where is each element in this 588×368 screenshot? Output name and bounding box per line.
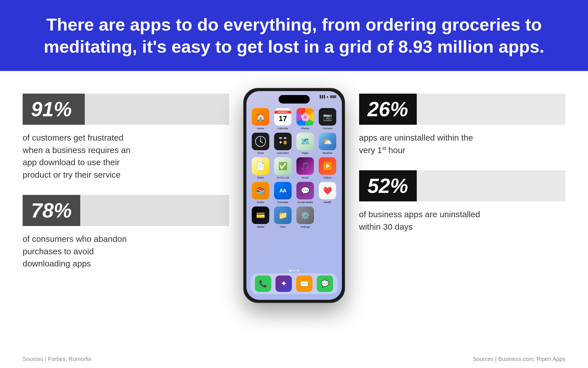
battery-icon <box>330 95 336 98</box>
app-files[interactable]: 📁 Files <box>273 206 293 228</box>
app-calendar-icon: MONDAY 17 <box>274 108 292 126</box>
header-title: There are apps to do everything, from or… <box>34 14 554 57</box>
stat-52-bar: 52% <box>359 170 566 201</box>
dock-messages[interactable]: 💬 <box>317 276 333 292</box>
stat-26-container: 26% apps are uninstalled within the very… <box>359 94 566 156</box>
app-files-label: Files <box>280 225 286 228</box>
stat-26-dark: 26% <box>359 94 417 125</box>
footer-right: Sources | Business.com; Ripen Apps <box>473 356 565 362</box>
app-home-icon: 🏠 <box>252 108 269 126</box>
dock-phone[interactable]: 📞 <box>255 276 271 292</box>
app-music-label: Music <box>302 176 309 179</box>
app-health[interactable]: ❤️ Health <box>318 182 338 204</box>
app-notes[interactable]: 📄 Notes <box>251 157 271 179</box>
footer: Sources | Forbes; Rumorfix Sources | Bus… <box>23 356 565 362</box>
stat-78-container: 78% of consumers who abandon purchases t… <box>23 195 229 270</box>
status-icons: ▐▐▐ ▲ <box>319 95 336 98</box>
app-todolist-label: To-Do List <box>277 176 289 179</box>
app-translate-label: Translate <box>277 201 288 204</box>
app-todolist-icon: ✅ <box>274 157 292 175</box>
app-calculator-icon <box>274 133 292 150</box>
main-content: 91% of customers get frustrated when a b… <box>0 71 588 368</box>
stat-26-light <box>417 94 565 125</box>
app-settings-label: Settings <box>300 225 310 228</box>
svg-rect-5 <box>284 137 287 139</box>
app-socialmedia-icon: 💬 <box>296 182 314 199</box>
dock-siri[interactable]: ✦ <box>275 276 292 292</box>
app-maps[interactable]: 🗺️ Maps <box>295 133 315 154</box>
app-videos-icon: ▶️ <box>319 157 336 175</box>
stat-26-bar: 26% <box>359 94 566 125</box>
stat-52-container: 52% of business apps are uninstalled wit… <box>359 170 566 233</box>
app-home[interactable]: 🏠 Home <box>251 108 271 130</box>
stat-78-bar: 78% <box>23 195 229 226</box>
stat-78-percent: 78% <box>31 199 72 222</box>
stat-91-dark: 91% <box>23 94 85 125</box>
app-settings-icon: ⚙️ <box>296 206 314 224</box>
stat-52-description: of business apps are uninstalled within … <box>359 208 483 233</box>
app-weather[interactable]: ⛅ Weather <box>318 133 338 154</box>
svg-rect-4 <box>279 137 282 139</box>
dot-2 <box>293 270 295 272</box>
app-photos-label: Photos <box>301 127 309 130</box>
app-photos[interactable]: 🌸 Photos <box>295 108 315 130</box>
app-maps-icon: 🗺️ <box>296 133 314 150</box>
footer-left: Sources | Forbes; Rumorfix <box>23 356 91 362</box>
app-translate[interactable]: AA Translate <box>273 182 293 204</box>
stat-91-light <box>85 94 229 125</box>
stat-78-light <box>80 195 229 226</box>
app-clock[interactable]: Clock <box>251 133 271 154</box>
stat-78-description: of consumers who abandon purchases to av… <box>23 233 141 270</box>
app-clock-icon <box>252 133 269 150</box>
app-wallet[interactable]: 💳 Wallet <box>251 206 271 228</box>
app-socialmedia[interactable]: 💬 Social Media <box>295 182 315 204</box>
app-music[interactable]: 🎵 Music <box>295 157 315 179</box>
dot-3 <box>297 270 299 272</box>
stat-52-percent: 52% <box>368 174 408 197</box>
app-weather-label: Weather <box>322 151 333 154</box>
wifi-icon: ▲ <box>326 95 329 98</box>
app-music-icon: 🎵 <box>296 157 314 175</box>
app-home-label: Home <box>257 127 264 130</box>
app-videos-label: Videos <box>324 176 332 179</box>
stat-78-dark: 78% <box>23 195 80 226</box>
app-translate-icon: AA <box>274 182 292 199</box>
stat-91-percent: 91% <box>31 98 72 121</box>
dynamic-island <box>279 95 310 104</box>
app-calendar-label: Calendar <box>277 127 288 130</box>
app-books[interactable]: 📚 Books <box>251 182 271 204</box>
app-camera-icon: 📷 <box>319 108 336 126</box>
app-videos[interactable]: ▶️ Videos <box>318 157 338 179</box>
app-camera-label: Camera <box>323 127 332 130</box>
app-todolist[interactable]: ✅ To-Do List <box>273 157 293 179</box>
svg-rect-8 <box>284 141 287 144</box>
iphone-screen: ▐▐▐ ▲ 🏠 Home MONDAY 17 <box>246 91 342 300</box>
stat-26-description: apps are uninstalled within the very 1st… <box>359 132 483 156</box>
left-column: 91% of customers get frustrated when a b… <box>23 88 229 270</box>
app-socialmedia-label: Social Media <box>298 201 313 204</box>
app-wallet-label: Wallet <box>257 225 264 228</box>
app-notes-label: Notes <box>257 176 264 179</box>
app-health-icon: ❤️ <box>319 182 336 199</box>
app-settings[interactable]: ⚙️ Settings <box>295 206 315 228</box>
stat-91-description: of customers get frustrated when a busin… <box>23 132 141 181</box>
stat-91-container: 91% of customers get frustrated when a b… <box>23 94 229 181</box>
app-books-label: Books <box>257 201 264 204</box>
app-calendar[interactable]: MONDAY 17 Calendar <box>273 108 293 130</box>
page-indicators <box>289 270 299 272</box>
stat-26-percent: 26% <box>368 98 408 121</box>
header-section: There are apps to do everything, from or… <box>0 0 588 71</box>
phone-container: ▐▐▐ ▲ 🏠 Home MONDAY 17 <box>240 88 348 303</box>
app-dock: 📞 ✦ ✉️ 💬 <box>251 273 338 294</box>
app-calculator[interactable]: Calculator <box>273 133 293 154</box>
right-column: 26% apps are uninstalled within the very… <box>359 88 566 233</box>
app-clock-label: Clock <box>257 151 264 154</box>
dock-mail[interactable]: ✉️ <box>296 276 313 292</box>
app-camera[interactable]: 📷 Camera <box>318 108 338 130</box>
app-wallet-icon: 💳 <box>252 206 269 224</box>
app-calculator-label: Calculator <box>277 151 289 154</box>
stat-91-bar: 91% <box>23 94 229 125</box>
signal-icon: ▐▐▐ <box>319 95 325 98</box>
iphone-device: ▐▐▐ ▲ 🏠 Home MONDAY 17 <box>243 88 345 303</box>
app-photos-icon: 🌸 <box>296 108 314 126</box>
